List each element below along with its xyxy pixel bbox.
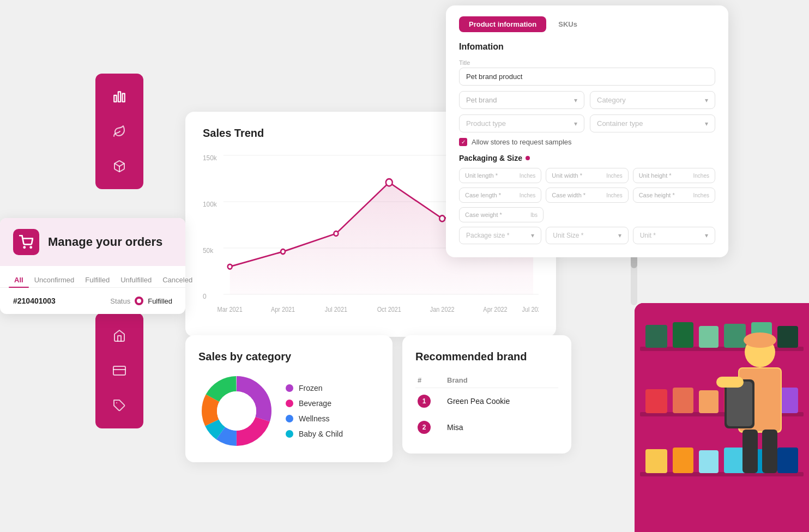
svg-rect-56: [645, 449, 667, 473]
manage-orders-header: Manage your orders: [0, 218, 185, 266]
category-select[interactable]: Category ▾: [590, 91, 715, 109]
container-type-select[interactable]: Container type ▾: [590, 114, 715, 132]
tab-canceled[interactable]: Canceled: [157, 273, 198, 287]
product-info-card: Product information SKUs Infomation Titl…: [446, 5, 728, 257]
packaging-grid-row1: Unit length * Inches Unit width * Inches…: [459, 168, 715, 183]
svg-point-39: [217, 391, 256, 431]
svg-rect-67: [716, 377, 744, 388]
svg-text:Jul 2022: Jul 2022: [522, 306, 539, 313]
svg-point-70: [744, 332, 776, 348]
svg-rect-50: [645, 389, 667, 413]
sales-category-title: Sales by category: [198, 350, 379, 363]
case-length-field[interactable]: Case length * Inches: [459, 188, 541, 203]
case-width-field[interactable]: Case width * Inches: [546, 188, 628, 203]
svg-rect-49: [777, 326, 798, 348]
status-value: Fulfilled: [148, 297, 172, 305]
product-type-placeholder: Product type: [466, 119, 506, 128]
title-field-label: Title: [459, 59, 715, 66]
frozen-dot: [286, 384, 293, 392]
unit-length-field[interactable]: Unit length * Inches: [459, 168, 541, 183]
store-icon[interactable]: [110, 326, 129, 346]
checkbox-label: Allow stores to request samples: [472, 138, 572, 146]
svg-text:150k: 150k: [203, 154, 217, 162]
svg-rect-68: [742, 430, 758, 473]
package-size-row: Package size * ▾ Unit Size * ▾ Unit * ▾: [459, 227, 715, 244]
wellness-dot: [286, 415, 293, 422]
svg-rect-61: [777, 448, 798, 473]
baby-label: Baby & Child: [299, 430, 343, 438]
svg-point-27: [334, 231, 338, 236]
leaf-icon[interactable]: [110, 122, 129, 141]
unit-width-field[interactable]: Unit width * Inches: [546, 168, 628, 183]
unit-select[interactable]: Unit * ▾: [633, 227, 715, 244]
svg-text:0: 0: [203, 292, 207, 300]
category-chevron: ▾: [705, 96, 708, 104]
info-section-title: Infomation: [459, 42, 715, 52]
sidebar-bottom: [95, 313, 143, 428]
rank-1: 1: [415, 388, 445, 415]
beverage-label: Beverage: [299, 399, 331, 408]
svg-text:Mar 2021: Mar 2021: [218, 306, 243, 313]
col-num: #: [415, 373, 445, 388]
brand-chevron: ▾: [574, 96, 577, 104]
illustration-svg: [635, 303, 809, 532]
product-info-tabs: Product information SKUs: [459, 16, 715, 32]
manage-orders-card: Manage your orders All Unconfirmed Fulfi…: [0, 218, 185, 314]
svg-point-7: [24, 247, 25, 248]
case-height-field[interactable]: Case height * Inches: [633, 188, 715, 203]
samples-checkbox[interactable]: ✓: [459, 138, 467, 146]
wellness-label: Wellness: [299, 414, 330, 423]
case-weight-field[interactable]: Case weight * lbs: [459, 207, 544, 222]
tab-fulfilled[interactable]: Fulfilled: [80, 273, 115, 287]
packaging-grid-row2: Case length * Inches Case width * Inches…: [459, 188, 715, 203]
scrollbar[interactable]: [631, 251, 637, 305]
svg-text:Oct 2021: Oct 2021: [377, 306, 401, 313]
brand-category-row: Pet brand ▾ Category ▾: [459, 91, 715, 109]
unit-size-chevron: ▾: [618, 232, 621, 239]
category-legend: Frozen Beverage Wellness Baby & Child: [286, 384, 343, 438]
recommended-brand-title: Recommended brand: [415, 350, 558, 363]
tab-unfulfilled[interactable]: Unfulfilled: [115, 273, 157, 287]
svg-rect-69: [762, 430, 777, 473]
tag-icon[interactable]: [110, 396, 129, 415]
tab-skus[interactable]: SKUs: [548, 16, 587, 32]
container-type-chevron: ▾: [705, 120, 708, 128]
brand-select[interactable]: Pet brand ▾: [459, 91, 584, 109]
manage-orders-title: Manage your orders: [48, 235, 162, 249]
svg-text:50k: 50k: [203, 246, 214, 255]
package-size-select[interactable]: Package size * ▾: [459, 227, 541, 244]
tab-product-information[interactable]: Product information: [459, 16, 546, 32]
order-id: #210401003: [13, 297, 56, 305]
card-icon[interactable]: [110, 361, 129, 380]
svg-point-29: [439, 215, 445, 221]
baby-dot: [286, 430, 293, 438]
tab-unconfirmed[interactable]: Unconfirmed: [29, 273, 80, 287]
svg-point-8: [31, 247, 32, 248]
svg-point-25: [228, 264, 232, 269]
title-field[interactable]: Pet brand product: [459, 68, 715, 86]
brand-name-1: Green Pea Cookie: [445, 388, 558, 415]
svg-rect-57: [673, 448, 693, 473]
unit-size-select[interactable]: Unit Size * ▾: [546, 227, 628, 244]
legend-beverage: Beverage: [286, 399, 343, 408]
brand-row-2: 2 Misa: [415, 414, 558, 440]
tab-all[interactable]: All: [9, 273, 29, 287]
svg-point-28: [386, 179, 393, 186]
svg-point-26: [281, 249, 285, 254]
svg-rect-44: [645, 325, 667, 348]
svg-rect-4: [113, 366, 125, 375]
chart-icon[interactable]: [110, 87, 129, 106]
svg-rect-1: [118, 92, 120, 101]
unit-height-field[interactable]: Unit height * Inches: [633, 168, 715, 183]
svg-text:Apr 2021: Apr 2021: [271, 306, 295, 313]
sidebar-top: [95, 74, 143, 189]
beverage-dot: [286, 400, 293, 407]
product-type-chevron: ▾: [574, 120, 577, 128]
status-text-label: Status: [110, 297, 130, 305]
recommended-brand-card: Recommended brand # Brand 1 Green Pea Co…: [402, 335, 571, 454]
order-status: Status Fulfilled: [110, 297, 172, 305]
svg-text:Apr 2022: Apr 2022: [483, 306, 507, 313]
donut-chart: [198, 373, 275, 449]
box-icon[interactable]: [110, 156, 129, 176]
product-type-select[interactable]: Product type ▾: [459, 114, 584, 132]
